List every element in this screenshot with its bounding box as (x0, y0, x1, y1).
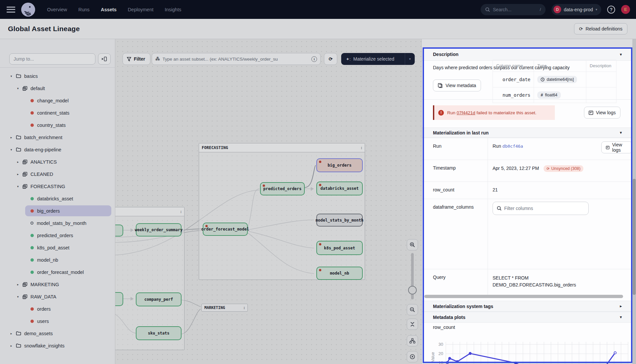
nav-link-deployment[interactable]: Deployment (128, 7, 153, 12)
tree-caret-icon[interactable]: ▸ (9, 344, 13, 347)
failed-run-link[interactable]: 07f4421d (457, 110, 475, 115)
group-header-forecasting[interactable]: FORECASTING▴▾ (199, 143, 365, 152)
graph-node-stub-1[interactable] (115, 292, 123, 306)
filter-columns-input[interactable]: Filter columns (493, 202, 589, 215)
tree-caret-icon[interactable]: ▾ (16, 87, 20, 90)
tree-caret-icon[interactable]: ▾ (9, 148, 13, 151)
graph-node-company_perf[interactable]: company_perf (136, 292, 182, 306)
jump-to-input[interactable]: Jump to... (9, 53, 95, 65)
zoom-in-button[interactable] (407, 239, 418, 250)
tree-item-big_orders[interactable]: big_orders (0, 205, 115, 217)
avatar[interactable]: E (621, 5, 630, 14)
tree-caret-icon[interactable]: ▸ (9, 136, 13, 139)
stale-dot-icon (205, 225, 208, 227)
collapse-sidebar-button[interactable] (98, 53, 111, 65)
tree-item-batch_enrichment[interactable]: ▸batch_enrichment (0, 131, 115, 143)
tree-item-data-eng-pipeline[interactable]: ▾data-eng-pipeline (0, 143, 115, 156)
tree-caret-icon[interactable]: ▸ (9, 332, 13, 335)
folder-icon (16, 331, 21, 336)
nav-link-assets[interactable]: Assets (101, 7, 117, 12)
tree-item-basics[interactable]: ▾basics (0, 70, 115, 82)
tree-item-country_stats[interactable]: country_stats (0, 119, 115, 131)
zoom-slider-handle[interactable] (408, 286, 417, 294)
section-materialization[interactable]: Materialization in last run ▾ (422, 128, 632, 138)
node-label: sku_stats (148, 331, 169, 336)
tree-item-databricks_asset[interactable]: databricks_asset (0, 192, 115, 205)
help-icon[interactable]: ? (607, 6, 615, 14)
tree-item-model_nb[interactable]: model_nb (0, 254, 115, 266)
tree-item-label: data-eng-pipeline (24, 147, 61, 152)
graph-node-order_forecast_model[interactable]: order_forecast_model (203, 223, 248, 236)
tree-caret-icon[interactable]: ▸ (16, 283, 20, 286)
refresh-graph-button[interactable]: ⟳ (324, 53, 337, 65)
plot-title: row_count (433, 325, 455, 330)
vertical-scrollbar-thumb[interactable] (633, 179, 636, 295)
lineage-canvas[interactable]: ▴▾FORECASTING▴▾MARKETING▴▾weekly_order_s… (115, 39, 421, 364)
asset-group-icon (23, 282, 27, 287)
view-logs-button-2[interactable]: View logs (601, 141, 632, 153)
deployment-switcher[interactable]: D data-eng-prod ▾ (552, 4, 601, 15)
asset-status-dot-ok (30, 271, 34, 274)
graph-node-sku_stats[interactable]: sku_stats (136, 326, 182, 340)
tree-item-snowflake_insights[interactable]: ▸snowflake_insights (0, 339, 115, 352)
tree-item-ANALYTICS[interactable]: ▸ANALYTICS (0, 156, 115, 168)
horizontal-scrollbar[interactable] (424, 295, 623, 298)
collapse-groups-button[interactable] (407, 319, 418, 330)
graph-node-k8s_pod_asset[interactable]: k8s_pod_asset (316, 241, 363, 255)
tree-item-users[interactable]: users (0, 315, 115, 327)
collapse-vertical-icon (410, 322, 415, 327)
tree-item-predicted_orders[interactable]: predicted_orders (0, 229, 115, 241)
tree-item-demo_assets[interactable]: ▸demo_assets (0, 327, 115, 339)
svg-text:30: 30 (439, 342, 443, 347)
tree-item-change_model[interactable]: change_model (0, 94, 115, 107)
tree-caret-icon[interactable]: ▾ (16, 295, 20, 298)
tree-caret-icon[interactable]: ▸ (16, 160, 20, 164)
tree-item-model_stats_by_month[interactable]: model_stats_by_month (0, 217, 115, 229)
view-metadata-button[interactable]: View metadata (433, 79, 481, 91)
asset-subset-input[interactable]: ⁂ Type an asset subset... (ex: ANALYTICS… (152, 53, 321, 65)
tree-item-default[interactable]: ▾default (0, 82, 115, 94)
dagster-logo-icon[interactable] (21, 3, 35, 17)
graph-node-big_orders[interactable]: big_orders (316, 158, 363, 172)
section-system-tags[interactable]: Materialization system tags ▸ (422, 301, 632, 312)
tree-item-FORECASTING[interactable]: ▾FORECASTING (0, 180, 115, 192)
graph-node-model_nb[interactable]: model_nb (316, 267, 363, 280)
tree-caret-icon[interactable]: ▸ (16, 173, 20, 176)
materialize-selected-button[interactable]: ✦: Materialize selected ▾ (341, 53, 415, 65)
nav-link-runs[interactable]: Runs (78, 7, 89, 12)
section-description[interactable]: Description ▾ (422, 48, 632, 61)
tree-item-MARKETING[interactable]: ▸MARKETING (0, 278, 115, 290)
nav-link-insights[interactable]: Insights (165, 7, 181, 12)
tree-item-orders[interactable]: orders (0, 303, 115, 315)
filter-button[interactable]: Filter (123, 53, 150, 65)
graph-node-predicted_orders[interactable]: predicted_orders (260, 182, 305, 195)
graph-node-weekly_order_summary[interactable]: weekly_order_summary (136, 223, 182, 236)
tree-item-k8s_pod_asset[interactable]: k8s_pod_asset (0, 241, 115, 254)
graph-node-model_stats_by_month[interactable]: model_stats_by_month (316, 214, 363, 227)
run-row: Run Run db0cf46a View logs (422, 138, 632, 160)
graph-node-databricks_asset[interactable]: databricks_asset (316, 182, 363, 195)
tree-item-CLEANED[interactable]: ▸CLEANED (0, 168, 115, 180)
recenter-button[interactable] (407, 351, 418, 362)
panel-collapse-icon (102, 57, 107, 61)
tree-item-continent_stats[interactable]: continent_stats (0, 107, 115, 119)
graph-node-stub-0[interactable] (115, 225, 123, 236)
reload-definitions-button[interactable]: ⟳ Reload definitions (574, 23, 627, 34)
deployment-name: data-eng-prod (564, 7, 593, 12)
node-label: order_forecast_model (201, 227, 249, 232)
tree-caret-icon[interactable]: ▾ (16, 185, 20, 188)
section-metadata-plots[interactable]: Metadata plots ▾ (422, 312, 632, 323)
tree-caret-icon[interactable]: ▾ (9, 75, 13, 78)
materialize-dropdown-caret[interactable]: ▾ (405, 53, 415, 65)
group-header[interactable]: ▴▾ (115, 207, 184, 216)
zoom-out-button[interactable] (407, 304, 418, 315)
view-logs-button[interactable]: View logs (584, 107, 620, 119)
search-input[interactable]: Search... / (481, 4, 546, 15)
hamburger-menu-icon[interactable] (7, 7, 15, 13)
nav-link-overview[interactable]: Overview (47, 7, 67, 12)
tree-item-order_forecast_model[interactable]: order_forecast_model (0, 266, 115, 278)
run-id-link[interactable]: db0cf46a (503, 144, 523, 149)
group-bar-marketing[interactable]: MARKETING▴▾ (201, 304, 248, 312)
tree-item-RAW_DATA[interactable]: ▾RAW_DATA (0, 290, 115, 303)
layout-graph-button[interactable] (407, 335, 418, 346)
